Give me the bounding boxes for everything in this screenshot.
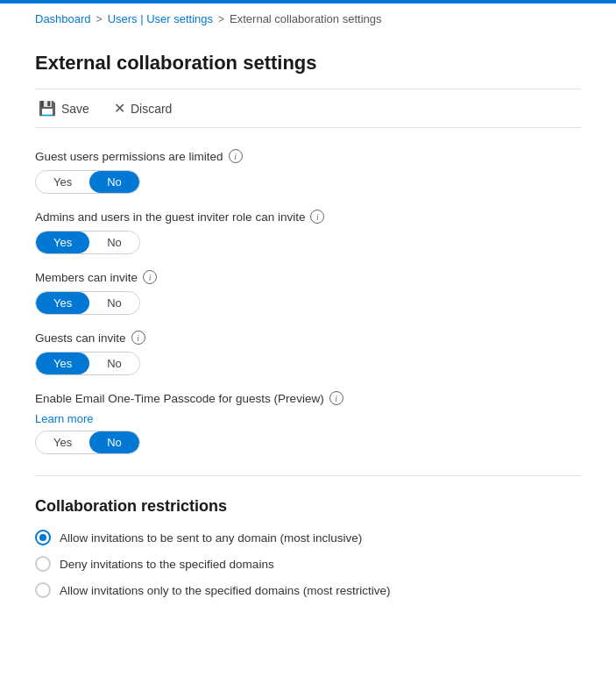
setting-admins-invite: Admins and users in the guest inviter ro… xyxy=(35,210,581,254)
breadcrumb-dashboard[interactable]: Dashboard xyxy=(35,12,91,25)
toggle-option-email-otp-yes[interactable]: Yes xyxy=(36,431,89,453)
page-title: External collaboration settings xyxy=(35,52,581,75)
save-label: Save xyxy=(61,102,89,116)
setting-text-members-invite: Members can invite xyxy=(35,271,138,284)
toggle-group-guest-permissions: YesNo xyxy=(35,170,140,194)
breadcrumb: Dashboard > Users | User settings > Exte… xyxy=(0,4,616,34)
radio-circle-allow-specified xyxy=(35,582,51,598)
toggle-group-admins-invite: YesNo xyxy=(35,231,140,254)
section-divider xyxy=(35,475,581,476)
breadcrumb-sep-2: > xyxy=(218,13,224,25)
radio-label-deny-specified: Deny invitations to the specified domain… xyxy=(60,558,274,571)
breadcrumb-user-settings[interactable]: Users | User settings xyxy=(108,12,213,25)
toggle-group-members-invite: YesNo xyxy=(35,291,140,315)
toggle-option-guests-invite-yes[interactable]: Yes xyxy=(36,353,89,374)
radio-item-deny-specified[interactable]: Deny invitations to the specified domain… xyxy=(35,556,581,572)
radio-item-allow-any[interactable]: Allow invitations to be sent to any doma… xyxy=(35,530,581,545)
setting-guest-permissions: Guest users permissions are limitediYesN… xyxy=(35,149,581,194)
radio-item-allow-specified[interactable]: Allow invitations only to the specified … xyxy=(35,582,581,598)
setting-email-otp: Enable Email One-Time Passcode for guest… xyxy=(35,391,581,454)
setting-text-email-otp: Enable Email One-Time Passcode for guest… xyxy=(35,392,324,405)
learn-more-email-otp[interactable]: Learn more xyxy=(35,412,581,425)
radio-label-allow-specified: Allow invitations only to the specified … xyxy=(60,584,390,597)
info-icon-admins-invite: i xyxy=(310,210,324,224)
setting-text-guest-permissions: Guest users permissions are limited xyxy=(35,150,223,163)
setting-text-guests-invite: Guests can invite xyxy=(35,331,126,345)
setting-label-guest-permissions: Guest users permissions are limitedi xyxy=(35,149,581,163)
toggle-option-email-otp-no[interactable]: No xyxy=(89,431,139,453)
setting-label-members-invite: Members can invitei xyxy=(35,270,581,284)
discard-label: Discard xyxy=(131,102,172,116)
discard-icon: ✕ xyxy=(114,100,125,117)
toggle-option-admins-invite-no[interactable]: No xyxy=(89,232,139,253)
main-content: External collaboration settings 💾 Save ✕… xyxy=(0,34,616,649)
collaboration-radio-group: Allow invitations to be sent to any doma… xyxy=(35,530,581,598)
setting-text-admins-invite: Admins and users in the guest inviter ro… xyxy=(35,210,305,224)
setting-label-guests-invite: Guests can invitei xyxy=(35,331,581,345)
toggle-group-guests-invite: YesNo xyxy=(35,352,140,375)
toggle-option-admins-invite-yes[interactable]: Yes xyxy=(36,232,89,253)
setting-label-admins-invite: Admins and users in the guest inviter ro… xyxy=(35,210,581,224)
collaboration-restrictions-heading: Collaboration restrictions xyxy=(35,497,581,516)
toggle-option-guest-permissions-no[interactable]: No xyxy=(89,171,139,193)
info-icon-email-otp: i xyxy=(329,391,343,405)
breadcrumb-sep-1: > xyxy=(96,13,103,25)
setting-members-invite: Members can inviteiYesNo xyxy=(35,270,581,315)
info-icon-guest-permissions: i xyxy=(229,149,243,163)
save-button[interactable]: 💾 Save xyxy=(35,98,93,118)
info-icon-guests-invite: i xyxy=(131,331,145,345)
setting-guests-invite: Guests can inviteiYesNo xyxy=(35,331,581,375)
save-icon: 💾 xyxy=(39,100,56,117)
radio-circle-deny-specified xyxy=(35,556,51,572)
breadcrumb-current: External collaboration settings xyxy=(230,12,381,25)
toolbar: 💾 Save ✕ Discard xyxy=(35,89,581,128)
toggle-option-members-invite-yes[interactable]: Yes xyxy=(36,292,89,314)
radio-circle-allow-any xyxy=(35,530,51,545)
radio-label-allow-any: Allow invitations to be sent to any doma… xyxy=(60,531,362,545)
toggle-option-guest-permissions-yes[interactable]: Yes xyxy=(36,171,89,193)
toggle-group-email-otp: YesNo xyxy=(35,431,140,454)
discard-button[interactable]: ✕ Discard xyxy=(110,98,175,118)
settings-container: Guest users permissions are limitediYesN… xyxy=(35,149,581,454)
toggle-option-guests-invite-no[interactable]: No xyxy=(89,353,139,374)
info-icon-members-invite: i xyxy=(143,270,157,284)
collaboration-restrictions-section: Collaboration restrictions Allow invitat… xyxy=(35,497,581,598)
setting-label-email-otp: Enable Email One-Time Passcode for guest… xyxy=(35,391,581,405)
toggle-option-members-invite-no[interactable]: No xyxy=(89,292,139,314)
